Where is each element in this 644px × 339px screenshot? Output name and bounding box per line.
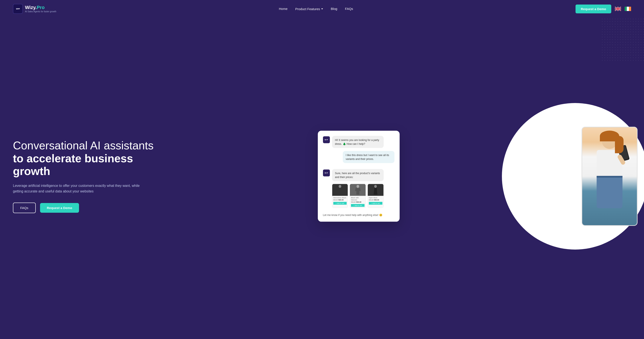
hero-buttons: FAQs Request a Demo <box>13 203 314 213</box>
product-img-3 <box>368 184 384 196</box>
nav-blog[interactable]: Blog <box>331 7 337 11</box>
product-info-1: Sleeveless Black €90.00 €80.00 + Add to … <box>332 196 348 205</box>
svg-rect-2 <box>627 7 629 11</box>
flag-uk-icon[interactable] <box>615 7 621 11</box>
logo-name: Wizy.Pro <box>25 5 56 10</box>
product-card-2: Black with Sleeves €90.00 €80.00 + Add t… <box>350 184 366 208</box>
svg-rect-1 <box>624 7 627 11</box>
navbar: W=P Wizy.Pro AI Sales Agents for faster … <box>0 0 644 18</box>
chat-products: Sleeveless Black €90.00 €80.00 + Add to … <box>332 184 384 208</box>
nav-faqs-link[interactable]: FAQs <box>345 7 353 11</box>
chat-message-1: W≡P Hi! It seems you are looking for a p… <box>323 136 394 148</box>
hero-right: W≡P Hi! It seems you are looking for a p… <box>322 110 631 243</box>
logo-text: Wizy.Pro AI Sales Agents for faster grow… <box>25 5 56 13</box>
chat-message-2: W≡P Sure, here are all the product's var… <box>323 169 394 211</box>
hero-title-line1: Conversational AI assistants <box>13 139 154 152</box>
bg-dots-decoration <box>601 18 644 61</box>
svg-rect-3 <box>629 7 631 11</box>
flag-ireland-icon[interactable] <box>624 7 631 11</box>
nav-faqs[interactable]: FAQs <box>345 7 353 11</box>
nav-links: Home Product Features Blog FAQs <box>279 7 353 11</box>
logo-pro: Pro <box>36 5 44 10</box>
person-panel <box>582 127 638 226</box>
logo-tagline: AI Sales Agents for faster growth <box>25 10 56 13</box>
product-btn-1[interactable]: + Add to cart <box>333 202 347 205</box>
svg-point-5 <box>356 185 359 188</box>
logo[interactable]: W=P Wizy.Pro AI Sales Agents for faster … <box>13 4 56 14</box>
person-figure <box>582 127 637 225</box>
product-card-3: Open Back €90.00 €80.00 + Add to cart <box>368 184 384 208</box>
product-info-3: Open Back €90.00 €80.00 + Add to cart <box>368 196 384 205</box>
logo-icon: W=P <box>13 4 23 14</box>
product-img-2 <box>350 184 366 196</box>
product-img-1 <box>332 184 348 196</box>
chat-card: W≡P Hi! It seems you are looking for a p… <box>318 131 400 222</box>
demo-button[interactable]: Request a Demo <box>40 203 79 213</box>
product-info-2: Black with Sleeves €90.00 €80.00 + Add t… <box>350 196 366 208</box>
chat-user-row: I like this dress but I want to see all … <box>323 151 394 166</box>
chevron-down-icon <box>321 9 323 10</box>
hero-section: Conversational AI assistants to accelera… <box>0 18 644 339</box>
chat-bubble-1: Hi! It seems you are looking for a party… <box>332 136 384 148</box>
chat-final-message: Let me know if you need help with anythi… <box>323 214 394 217</box>
nav-product-features[interactable]: Product Features <box>295 7 323 11</box>
hero-title: Conversational AI assistants to accelera… <box>13 139 314 178</box>
product-btn-2[interactable]: + Add to cart <box>351 204 364 207</box>
nav-right: Request a Demo <box>576 5 631 13</box>
chat-avatar-1: W≡P <box>323 136 330 143</box>
nav-product-features-link[interactable]: Product Features <box>295 7 323 11</box>
product-btn-3[interactable]: + Add to cart <box>369 202 382 205</box>
nav-home[interactable]: Home <box>279 7 288 11</box>
chat-bubble-2: Sure, here are all the product's variant… <box>332 169 384 181</box>
product-card-1: Sleeveless Black €90.00 €80.00 + Add to … <box>332 184 348 208</box>
chat-avatar-2: W≡P <box>323 169 330 176</box>
svg-point-6 <box>374 185 377 188</box>
hero-subtitle: Leverage artificial intelligence to offe… <box>13 183 142 194</box>
nav-home-link[interactable]: Home <box>279 7 288 11</box>
hero-title-bold: to accelerate business growth <box>13 152 314 178</box>
nav-blog-link[interactable]: Blog <box>331 7 337 11</box>
chat-bubble-user: I like this dress but I want to see all … <box>343 151 394 163</box>
faqs-button[interactable]: FAQs <box>13 203 36 213</box>
svg-point-4 <box>339 185 341 188</box>
hero-left: Conversational AI assistants to accelera… <box>13 139 322 213</box>
nav-demo-button[interactable]: Request a Demo <box>576 5 611 13</box>
logo-wizy: Wizy. <box>25 5 36 10</box>
